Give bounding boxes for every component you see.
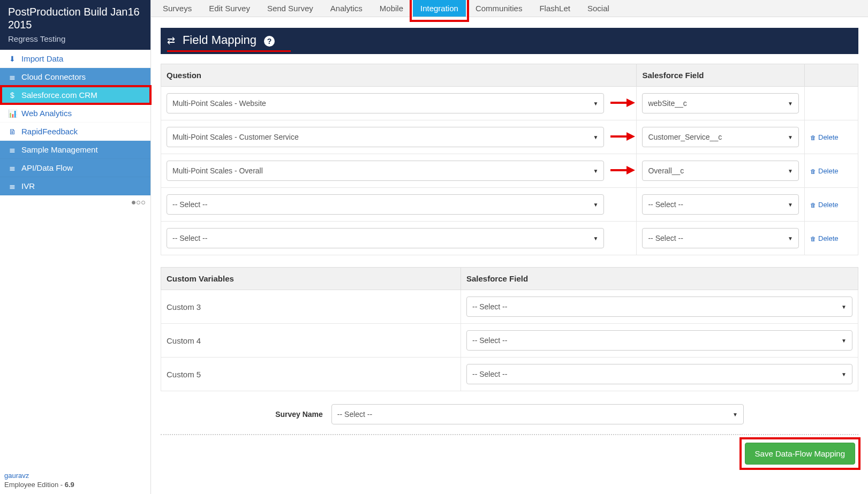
sidebar-icon: ≣: [7, 146, 17, 154]
main-content: SurveysEdit SurveySend SurveyAnalyticsMo…: [151, 0, 868, 494]
custom-var-label: Custom 4: [161, 324, 461, 358]
tab-surveys[interactable]: Surveys: [155, 0, 199, 17]
sidebar-item-label: IVR: [21, 181, 35, 191]
chevron-down-icon: ▼: [593, 134, 599, 140]
current-user[interactable]: gauravz: [4, 472, 146, 480]
salesforce-field-select[interactable]: Customer_Service__c▼: [642, 127, 799, 147]
survey-name-label: Survey Name: [275, 410, 323, 419]
col-action-header: [805, 64, 858, 87]
sidebar-icon: ⬇: [7, 55, 17, 63]
survey-name-select[interactable]: -- Select --▼: [331, 404, 744, 424]
sidebar-item-label: Sample Management: [21, 145, 98, 154]
tab-analytics[interactable]: Analytics: [323, 0, 370, 17]
salesforce-field-select[interactable]: Overall__c▼: [642, 161, 799, 181]
mapping-row: Multi-Point Scales - Website▼webSite__c▼: [161, 87, 858, 120]
col-sf-header-2: Salesforce Field: [461, 268, 858, 290]
sidebar-item-sample-management[interactable]: ≣Sample Management: [0, 141, 150, 159]
page-header: ⇄ Field Mapping ?: [161, 28, 858, 54]
chevron-down-icon: ▼: [593, 202, 599, 208]
sidebar-item-import-data[interactable]: ⬇Import Data: [0, 50, 150, 68]
chevron-down-icon: ▼: [788, 101, 793, 107]
mapping-row: Multi-Point Scales - Overall▼Overall__c▼…: [161, 154, 858, 188]
col-question-header: Question: [161, 64, 637, 87]
sidebar-icon: 🗎: [7, 127, 17, 136]
cv-sf-select[interactable]: -- Select --▼: [466, 297, 852, 317]
help-icon[interactable]: ?: [264, 36, 275, 47]
sidebar-item-label: Web Analytics: [21, 109, 72, 118]
sidebar-item-api-data-flow[interactable]: ≣API/Data Flow: [0, 159, 150, 177]
project-title: PostProduction Build Jan16 2015: [8, 5, 142, 31]
question-select[interactable]: -- Select --▼: [167, 228, 604, 248]
arrow-icon: [609, 97, 636, 109]
chevron-down-icon: ▼: [841, 338, 847, 344]
question-select[interactable]: -- Select --▼: [167, 194, 604, 215]
trash-icon: 🗑: [810, 202, 816, 208]
sidebar-item-rapidfeedback[interactable]: 🗎RapidFeedback: [0, 123, 150, 141]
sidebar-nav: ⬇Import Data≣Cloud Connectors$Salesforce…: [0, 50, 150, 195]
sidebar-icon: ≣: [7, 73, 17, 81]
custom-var-label: Custom 5: [161, 358, 461, 391]
salesforce-field-select[interactable]: -- Select --▼: [642, 228, 799, 248]
question-select[interactable]: Multi-Point Scales - Overall▼: [167, 161, 604, 181]
delete-button[interactable]: 🗑Delete: [810, 133, 839, 141]
chevron-down-icon: ▼: [788, 235, 793, 241]
chevron-down-icon: ▼: [788, 134, 793, 140]
sidebar: PostProduction Build Jan16 2015 Regress …: [0, 0, 151, 494]
chevron-down-icon: ▼: [593, 168, 599, 174]
tab-mobile[interactable]: Mobile: [372, 0, 411, 17]
mapping-row: -- Select --▼-- Select --▼🗑Delete: [161, 222, 858, 255]
tab-flashlet[interactable]: FlashLet: [532, 0, 578, 17]
sidebar-icon: ≣: [7, 164, 17, 172]
save-wrapper: Save Data-Flow Mapping: [745, 443, 855, 465]
trash-icon: 🗑: [810, 235, 816, 242]
chevron-down-icon: ▼: [593, 235, 599, 241]
cv-sf-select[interactable]: -- Select --▼: [466, 364, 852, 384]
sidebar-item-web-analytics[interactable]: 📊Web Analytics: [0, 104, 150, 123]
delete-button[interactable]: 🗑Delete: [810, 201, 839, 209]
col-sf-header: Salesforce Field: [637, 64, 805, 87]
tab-edit-survey[interactable]: Edit Survey: [201, 0, 258, 17]
tab-communities[interactable]: Communities: [468, 0, 530, 17]
top-tabs: SurveysEdit SurveySend SurveyAnalyticsMo…: [151, 0, 868, 17]
edition-info: Employee Edition - 6.9: [4, 481, 146, 489]
sidebar-icon: 📊: [7, 109, 17, 118]
tab-social[interactable]: Social: [580, 0, 617, 17]
project-subtitle: Regress Testing: [8, 34, 142, 43]
arrow-icon: [609, 164, 636, 176]
chevron-down-icon: ▼: [733, 412, 738, 417]
chevron-down-icon: ▼: [593, 101, 599, 107]
chevron-down-icon: ▼: [841, 304, 847, 310]
custom-var-row: Custom 4-- Select --▼: [161, 324, 858, 358]
mapping-row: -- Select --▼-- Select --▼🗑Delete: [161, 188, 858, 222]
sidebar-item-label: Import Data: [21, 54, 63, 63]
salesforce-field-select[interactable]: -- Select --▼: [642, 194, 799, 215]
sidebar-item-label: Cloud Connectors: [21, 72, 86, 81]
sidebar-footer: gauravz Employee Edition - 6.9: [0, 466, 150, 494]
survey-name-row: Survey Name -- Select --▼: [161, 404, 858, 424]
question-select[interactable]: Multi-Point Scales - Customer Service▼: [167, 127, 604, 147]
custom-var-table: Custom Variables Salesforce Field Custom…: [161, 267, 858, 391]
sidebar-item-ivr[interactable]: ≣IVR: [0, 177, 150, 195]
chevron-down-icon: ▼: [788, 202, 793, 208]
sidebar-header: PostProduction Build Jan16 2015 Regress …: [0, 0, 150, 50]
tab-integration[interactable]: Integration: [413, 0, 466, 17]
trash-icon: 🗑: [810, 134, 816, 141]
mapping-row: Multi-Point Scales - Customer Service▼Cu…: [161, 120, 858, 154]
sidebar-pager[interactable]: [0, 195, 150, 208]
page-title: Field Mapping: [183, 33, 256, 47]
tab-send-survey[interactable]: Send Survey: [260, 0, 321, 17]
chevron-down-icon: ▼: [841, 371, 847, 377]
sidebar-item-cloud-connectors[interactable]: ≣Cloud Connectors: [0, 68, 150, 86]
sidebar-item-label: Salesforce.com CRM: [21, 90, 97, 100]
salesforce-field-select[interactable]: webSite__c▼: [642, 93, 799, 113]
cv-sf-select[interactable]: -- Select --▼: [466, 330, 852, 351]
custom-var-row: Custom 5-- Select --▼: [161, 358, 858, 391]
delete-button[interactable]: 🗑Delete: [810, 167, 839, 175]
sidebar-item-label: API/Data Flow: [21, 163, 73, 172]
arrow-icon: [609, 131, 636, 142]
delete-button[interactable]: 🗑Delete: [810, 234, 839, 242]
col-cv-header: Custom Variables: [161, 268, 461, 290]
custom-var-label: Custom 3: [161, 290, 461, 324]
question-select[interactable]: Multi-Point Scales - Website▼: [167, 93, 604, 113]
sidebar-item-salesforce-com-crm[interactable]: $Salesforce.com CRM: [0, 86, 150, 104]
